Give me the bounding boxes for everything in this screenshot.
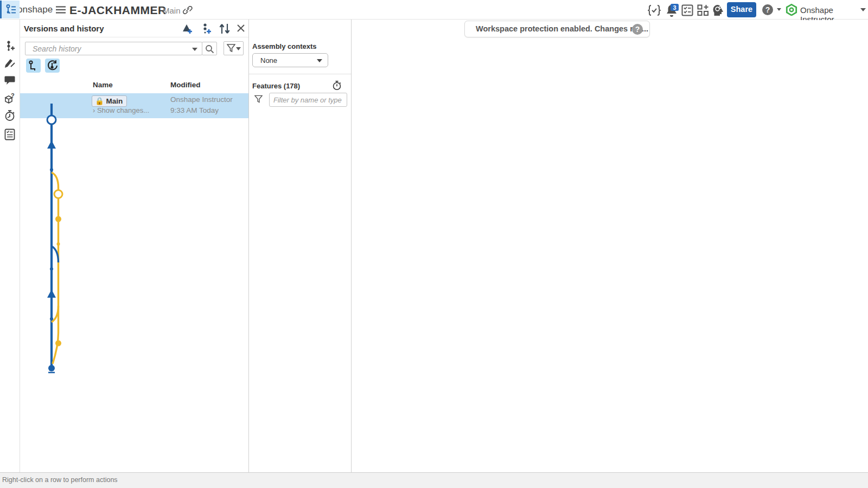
svg-text:onshape: onshape bbox=[17, 4, 53, 15]
svg-text:?: ? bbox=[765, 5, 770, 14]
svg-text:?: ? bbox=[635, 25, 640, 34]
svg-text:?: ? bbox=[11, 93, 15, 99]
svg-text:3: 3 bbox=[673, 4, 676, 11]
